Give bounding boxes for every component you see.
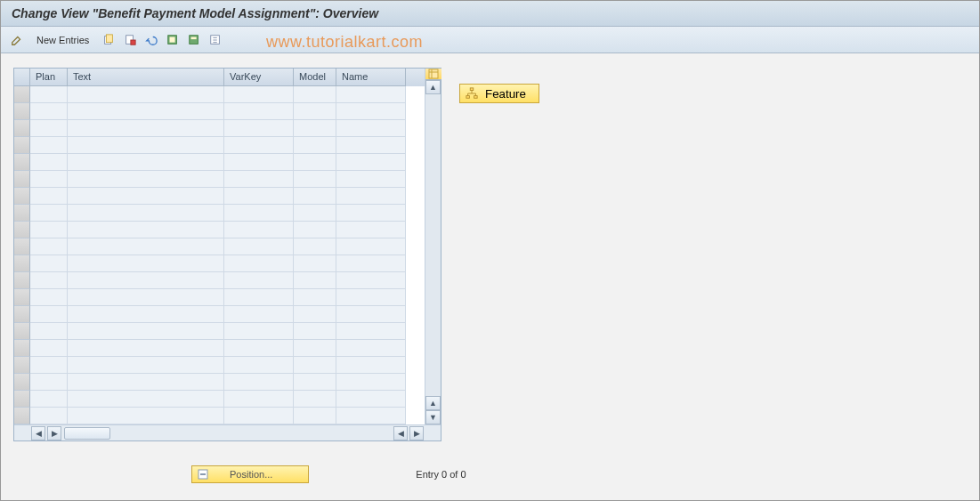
table-row[interactable] — [30, 272, 425, 289]
row-selector[interactable] — [14, 272, 30, 289]
vscroll-track[interactable] — [425, 94, 441, 396]
toolbar: New Entries — [1, 27, 979, 53]
row-selector[interactable] — [14, 171, 30, 188]
hscroll-thumb[interactable] — [64, 427, 110, 440]
row-selector[interactable] — [14, 154, 30, 171]
delete-button[interactable] — [121, 31, 139, 49]
row-selector[interactable] — [14, 374, 30, 391]
deselect-icon — [209, 34, 222, 46]
row-selector[interactable] — [14, 323, 30, 340]
svg-rect-5 — [170, 36, 175, 42]
table-row[interactable] — [30, 137, 425, 154]
row-selector[interactable] — [14, 255, 30, 272]
table-config-icon — [428, 69, 439, 79]
feature-button[interactable]: Feature — [459, 84, 539, 103]
svg-rect-3 — [131, 40, 135, 44]
svg-rect-19 — [200, 473, 206, 475]
row-selector[interactable] — [14, 188, 30, 205]
table-row[interactable] — [30, 408, 425, 424]
svg-rect-17 — [474, 96, 478, 99]
table-row[interactable] — [30, 340, 425, 357]
new-entries-button[interactable]: New Entries — [29, 32, 96, 48]
deselect-button[interactable] — [207, 31, 224, 49]
row-selector[interactable] — [14, 391, 30, 408]
header-row: Plan Text VarKey Model Name — [30, 69, 425, 86]
table-row[interactable] — [30, 120, 425, 137]
scroll-down-button-2[interactable]: ▼ — [425, 410, 441, 424]
row-selector[interactable] — [14, 222, 30, 238]
select-all-icon — [166, 34, 179, 46]
position-icon — [198, 469, 208, 480]
select-all-button[interactable] — [164, 31, 182, 49]
table-row[interactable] — [30, 103, 425, 120]
row-selector[interactable] — [14, 306, 30, 323]
table-row[interactable] — [30, 188, 425, 205]
grid-container: Plan Text VarKey Model Name — [13, 68, 441, 441]
position-button[interactable]: Position... — [191, 465, 309, 483]
svg-rect-15 — [470, 88, 474, 91]
copy-icon — [102, 34, 115, 46]
table-row[interactable] — [30, 289, 425, 306]
svg-rect-12 — [429, 69, 438, 78]
table-row[interactable] — [30, 357, 425, 374]
select-block-icon — [188, 34, 200, 46]
scroll-right-step-button[interactable]: ▶ — [47, 426, 61, 440]
scroll-left-button[interactable]: ◀ — [31, 426, 45, 440]
row-selector[interactable] — [14, 120, 30, 137]
row-selector[interactable] — [14, 340, 30, 357]
entry-status: Entry 0 of 0 — [416, 469, 466, 480]
svg-rect-16 — [466, 96, 470, 99]
col-header-name[interactable]: Name — [336, 69, 406, 86]
row-selector[interactable] — [14, 137, 30, 154]
table-row[interactable] — [30, 323, 425, 340]
table-row[interactable] — [30, 238, 425, 255]
undo-button[interactable] — [142, 31, 160, 49]
row-selector[interactable] — [14, 103, 30, 120]
row-selector[interactable] — [14, 357, 30, 374]
svg-rect-6 — [190, 35, 198, 44]
vertical-scrollbar[interactable]: ▲ ▲ ▼ — [425, 69, 441, 424]
table-row[interactable] — [30, 306, 425, 323]
table-row[interactable] — [30, 255, 425, 272]
table-row[interactable] — [30, 171, 425, 188]
col-header-model[interactable]: Model — [294, 69, 336, 86]
table-row[interactable] — [30, 391, 425, 408]
svg-rect-1 — [107, 34, 113, 42]
hierarchy-icon — [466, 87, 478, 100]
selector-header[interactable] — [14, 69, 30, 86]
horizontal-scrollbar[interactable]: ◀ ▶ ◀ ▶ — [14, 424, 441, 440]
col-header-plan[interactable]: Plan — [30, 69, 68, 86]
data-grid[interactable]: Plan Text VarKey Model Name — [14, 69, 441, 424]
table-row[interactable] — [30, 154, 425, 171]
svg-rect-7 — [191, 36, 197, 39]
table-row[interactable] — [30, 374, 425, 391]
page-title: Change View "Benefit Payment Model Assig… — [12, 6, 968, 20]
copy-button[interactable] — [100, 31, 117, 49]
scroll-down-button[interactable]: ▲ — [425, 396, 441, 410]
feature-button-label: Feature — [485, 87, 526, 101]
row-selector-column — [14, 69, 30, 424]
row-selector[interactable] — [14, 205, 30, 222]
delete-icon — [124, 34, 136, 46]
row-selector[interactable] — [14, 289, 30, 306]
content: Plan Text VarKey Model Name — [1, 53, 979, 456]
col-header-text[interactable]: Text — [68, 69, 224, 86]
undo-icon — [145, 34, 158, 46]
scroll-left-end-button[interactable]: ◀ — [393, 426, 408, 440]
row-selector[interactable] — [14, 238, 30, 255]
grid-columns: Plan Text VarKey Model Name — [30, 69, 425, 424]
pencil-icon — [11, 34, 23, 46]
table-row[interactable] — [30, 222, 425, 238]
select-block-button[interactable] — [185, 31, 203, 49]
table-config-button[interactable] — [425, 69, 441, 80]
row-selector[interactable] — [14, 86, 30, 103]
position-button-label: Position... — [230, 469, 272, 480]
table-row[interactable] — [30, 205, 425, 222]
header: Change View "Benefit Payment Model Assig… — [1, 1, 979, 27]
scroll-right-button[interactable]: ▶ — [409, 426, 424, 440]
table-row[interactable] — [30, 86, 425, 103]
row-selector[interactable] — [14, 408, 30, 424]
edit-button[interactable] — [8, 31, 26, 49]
scroll-up-button[interactable]: ▲ — [425, 80, 441, 94]
col-header-varkey[interactable]: VarKey — [224, 69, 294, 86]
